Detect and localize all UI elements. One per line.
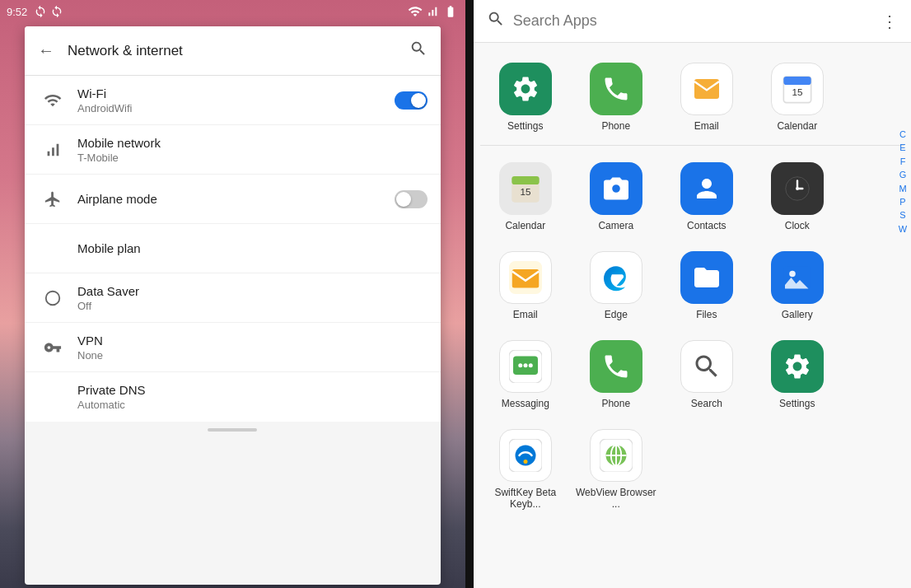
app-clock[interactable]: Clock xyxy=(752,156,843,238)
vpn-setting[interactable]: VPN None xyxy=(25,323,441,372)
settings2-gear-icon xyxy=(783,352,812,381)
settings2-icon-wrap xyxy=(771,340,824,393)
app-camera[interactable]: Camera xyxy=(571,156,661,238)
swiftkey-label: SwiftKey Beta Keyb... xyxy=(484,487,568,510)
email1-label: Email xyxy=(694,120,719,132)
alpha-w[interactable]: W xyxy=(896,223,909,236)
alpha-p[interactable]: P xyxy=(896,196,909,208)
calendar2-label: Calendar xyxy=(505,220,545,231)
phone2-icon xyxy=(601,352,631,381)
status-icons xyxy=(34,5,63,18)
phone-icon-wrap xyxy=(590,63,642,115)
bottom-indicator xyxy=(208,428,257,432)
app-row-5: SwiftKey Beta Keyb... WebView Browser ..… xyxy=(480,422,904,516)
app-webview[interactable]: WebView Browser ... xyxy=(571,422,661,516)
wifi-setting[interactable]: Wi-Fi AndroidWifi xyxy=(25,76,441,125)
alpha-g[interactable]: G xyxy=(896,169,909,181)
more-menu-button[interactable]: ⋮ xyxy=(881,12,898,31)
sync-icon-2 xyxy=(50,5,63,18)
app-search[interactable]: Search xyxy=(661,334,752,416)
email-icon xyxy=(692,74,722,104)
private-dns-setting[interactable]: Private DNS Automatic xyxy=(25,372,441,422)
email-icon-wrap xyxy=(680,63,733,115)
email2-icon xyxy=(509,261,542,294)
alphabet-sidebar: C E F G M P S W xyxy=(895,125,911,239)
app-phone2[interactable]: Phone xyxy=(571,334,661,416)
app-grid-wrapper: Settings Phone xyxy=(474,43,911,588)
svg-point-17 xyxy=(789,271,796,278)
app-contacts[interactable]: Contacts xyxy=(661,156,752,238)
gallery-icon-wrap xyxy=(771,251,824,304)
airplane-toggle[interactable] xyxy=(395,190,427,208)
clock-label: Clock xyxy=(785,220,810,231)
contacts-icon-wrap xyxy=(680,162,733,215)
data-saver-subtitle: Off xyxy=(77,300,427,312)
app-edge[interactable]: Edge xyxy=(571,245,661,327)
swiftkey-icon xyxy=(509,439,542,472)
app-search-bar[interactable]: Search Apps ⋮ xyxy=(474,0,911,43)
private-dns-title: Private DNS xyxy=(77,383,427,397)
dialog-search-button[interactable] xyxy=(409,40,427,62)
search-app-icon xyxy=(692,352,722,381)
webview-icon xyxy=(600,439,633,472)
app-settings[interactable]: Settings xyxy=(480,56,571,138)
airplane-mode-setting[interactable]: Airplane mode xyxy=(25,175,441,224)
alpha-s[interactable]: S xyxy=(896,209,909,222)
clock-icon xyxy=(782,173,813,204)
app-email1[interactable]: Email xyxy=(661,56,752,138)
mobile-network-title: Mobile network xyxy=(77,136,427,150)
app-files[interactable]: Files xyxy=(661,245,752,327)
camera-label: Camera xyxy=(598,220,633,231)
camera-icon xyxy=(601,174,631,203)
messaging-icon-wrap xyxy=(499,340,552,393)
alpha-e[interactable]: E xyxy=(896,142,909,154)
data-saver-setting[interactable]: Data Saver Off xyxy=(25,273,441,323)
calendar1-icon-wrap: 15 xyxy=(771,63,824,115)
battery-icon xyxy=(442,5,459,18)
svg-rect-3 xyxy=(783,77,811,85)
webview-label: WebView Browser ... xyxy=(574,487,658,510)
calendar2-icon: 15 xyxy=(509,172,542,205)
clock-icon-wrap xyxy=(771,162,824,215)
alpha-m[interactable]: M xyxy=(896,183,909,195)
contacts-label: Contacts xyxy=(687,220,726,231)
dialog-bottom-bar xyxy=(25,422,441,438)
app-messaging[interactable]: Messaging xyxy=(480,334,571,416)
app-email2[interactable]: Email xyxy=(480,245,571,327)
mobile-plan-setting[interactable]: Mobile plan xyxy=(25,224,441,273)
mobile-network-setting[interactable]: Mobile network T-Mobile xyxy=(25,125,441,175)
alpha-c[interactable]: C xyxy=(896,128,909,141)
app-calendar2[interactable]: 15 Calendar xyxy=(480,156,571,238)
dialog-title: Network & internet xyxy=(68,43,396,59)
back-button[interactable]: ← xyxy=(38,41,54,60)
svg-point-0 xyxy=(46,291,60,305)
wifi-toggle-wrap[interactable] xyxy=(395,91,427,110)
app-phone1[interactable]: Phone xyxy=(571,56,661,138)
app-swiftkey[interactable]: SwiftKey Beta Keyb... xyxy=(480,422,571,516)
wifi-text: Wi-Fi AndroidWifi xyxy=(77,86,395,114)
svg-point-25 xyxy=(523,460,527,464)
status-bar-right xyxy=(408,4,459,19)
files-label: Files xyxy=(696,309,717,320)
private-dns-subtitle: Automatic xyxy=(77,399,427,411)
app-settings2[interactable]: Settings xyxy=(752,334,843,416)
mobile-plan-text: Mobile plan xyxy=(77,241,427,255)
app-drawer-panel: Search Apps ⋮ Settings xyxy=(474,0,911,588)
calendar1-icon: 15 xyxy=(781,72,814,105)
settings-gear-icon xyxy=(511,74,540,104)
search-app-icon-wrap xyxy=(680,340,733,393)
swiftkey-icon-wrap xyxy=(499,429,552,482)
phone2-label: Phone xyxy=(601,398,630,409)
alpha-f[interactable]: F xyxy=(896,156,909,168)
phone-icon xyxy=(601,74,631,104)
app-gallery[interactable]: Gallery xyxy=(752,245,843,327)
wifi-toggle[interactable] xyxy=(395,91,427,110)
app-row-4: Messaging Phone Se xyxy=(480,334,904,416)
row-divider-1 xyxy=(480,145,904,146)
mobile-network-icon xyxy=(38,141,68,159)
app-calendar1[interactable]: 15 Calendar xyxy=(752,56,843,138)
wifi-subtitle: AndroidWifi xyxy=(77,102,395,114)
divider xyxy=(465,0,474,588)
phone2-icon-wrap xyxy=(590,340,642,393)
airplane-toggle-wrap[interactable] xyxy=(395,190,427,208)
